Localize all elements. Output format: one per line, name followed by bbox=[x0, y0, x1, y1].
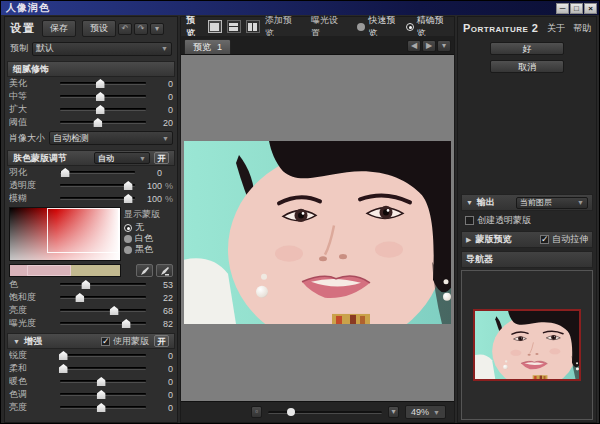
zoom-level[interactable]: 49% ▼ bbox=[405, 405, 446, 419]
skinmask-on-toggle[interactable]: 开 bbox=[154, 152, 169, 164]
slider-track[interactable] bbox=[60, 171, 135, 174]
panel-spacer bbox=[461, 73, 593, 191]
undo-icon[interactable]: ↶ bbox=[118, 23, 132, 35]
radio-icon[interactable] bbox=[124, 246, 132, 254]
slider-track[interactable] bbox=[60, 393, 146, 396]
use-mask-checkbox[interactable]: 使用蒙版 bbox=[101, 335, 149, 348]
slider-track[interactable] bbox=[60, 309, 146, 312]
slider-label: 阈值 bbox=[9, 116, 55, 129]
slider-thumb[interactable] bbox=[96, 92, 105, 101]
slider-track[interactable] bbox=[60, 82, 146, 85]
slider-thumb[interactable] bbox=[97, 403, 106, 412]
slider-label: 亮度 bbox=[9, 401, 55, 414]
slider-thumb[interactable] bbox=[96, 79, 105, 88]
slider-thumb[interactable] bbox=[59, 351, 68, 360]
checkbox-icon[interactable] bbox=[101, 337, 110, 346]
section-smoothing-header[interactable]: 细腻修饰 bbox=[7, 61, 175, 77]
preview-tab-1[interactable]: 预览 1 bbox=[184, 39, 231, 54]
output-target-select[interactable]: 当前图层 ▼ bbox=[516, 197, 588, 209]
slider-track[interactable] bbox=[60, 367, 146, 370]
skin-hue-strip[interactable] bbox=[9, 264, 121, 277]
skin-color-gradient[interactable] bbox=[9, 207, 121, 261]
single-view-icon[interactable] bbox=[208, 20, 222, 33]
create-mask-checkbox[interactable]: 创建透明蒙版 bbox=[461, 213, 593, 228]
slider-track[interactable] bbox=[60, 95, 146, 98]
maximize-button[interactable]: □ bbox=[570, 3, 583, 14]
slider-thumb[interactable] bbox=[61, 168, 70, 177]
collapse-caret-icon[interactable]: ▼ bbox=[466, 199, 473, 206]
eyedropper-add-icon[interactable] bbox=[136, 264, 153, 277]
minimize-button[interactable]: ─ bbox=[556, 3, 569, 14]
slider-label: 暖色 bbox=[9, 375, 55, 388]
preset-button[interactable]: 预设 bbox=[82, 20, 116, 37]
navigator-section-header[interactable]: 导航器 bbox=[461, 251, 593, 268]
mask-display-option-黑色[interactable]: 黑色 bbox=[124, 244, 173, 255]
output-section-header[interactable]: ▼ 输出 当前图层 ▼ bbox=[461, 194, 593, 211]
radio-icon[interactable] bbox=[357, 23, 365, 31]
slider-track[interactable] bbox=[60, 108, 146, 111]
slider-track[interactable] bbox=[60, 380, 146, 383]
slider-track[interactable] bbox=[60, 322, 146, 325]
hue-strip-selection[interactable] bbox=[27, 265, 71, 276]
collapse-caret-icon[interactable]: ▶ bbox=[466, 236, 471, 244]
radio-icon[interactable] bbox=[406, 23, 414, 31]
tab-next-icon[interactable]: ▶ bbox=[422, 40, 436, 52]
about-button[interactable]: 关于 bbox=[547, 22, 565, 35]
slider-row: 色调0 bbox=[7, 388, 175, 401]
zoom-menu-icon[interactable]: ▾ bbox=[388, 406, 399, 418]
split-vertical-view-icon[interactable] bbox=[246, 20, 260, 33]
slider-track[interactable] bbox=[60, 354, 146, 357]
gradient-selection-box[interactable] bbox=[47, 208, 119, 253]
portrait-size-select[interactable]: 自动检测 ▼ bbox=[49, 131, 173, 145]
slider-thumb[interactable] bbox=[75, 293, 84, 302]
zoom-slider[interactable] bbox=[268, 411, 382, 414]
slider-track[interactable] bbox=[60, 197, 135, 200]
help-button[interactable]: 帮助 bbox=[573, 22, 591, 35]
radio-icon[interactable] bbox=[124, 224, 132, 232]
slider-track[interactable] bbox=[60, 121, 146, 124]
section-enhance-header[interactable]: ▼ 增强 使用蒙版 开 bbox=[7, 333, 175, 349]
redo-icon[interactable]: ↷ bbox=[134, 23, 148, 35]
save-button[interactable]: 保存 bbox=[42, 20, 76, 37]
brand-logo: Portraiture 2 bbox=[463, 22, 538, 34]
slider-thumb[interactable] bbox=[97, 390, 106, 399]
slider-thumb[interactable] bbox=[81, 280, 90, 289]
slider-value: 53 bbox=[151, 280, 173, 290]
close-button[interactable]: × bbox=[584, 3, 597, 14]
tab-prev-icon[interactable]: ◀ bbox=[407, 40, 421, 52]
mask-preview-section-header[interactable]: ▶ 蒙版预览 自动拉伸 bbox=[461, 231, 593, 248]
eyedropper-remove-icon[interactable] bbox=[156, 264, 173, 277]
slider-thumb[interactable] bbox=[97, 377, 106, 386]
preset-select[interactable]: 默认 ▼ bbox=[32, 42, 172, 56]
slider-thumb[interactable] bbox=[122, 319, 131, 328]
navigator-thumbnail[interactable] bbox=[473, 309, 581, 381]
slider-track[interactable] bbox=[60, 406, 146, 409]
ok-button[interactable]: 好 bbox=[490, 42, 564, 55]
slider-thumb[interactable] bbox=[59, 364, 68, 373]
slider-thumb[interactable] bbox=[93, 118, 102, 127]
section-skinmask-header[interactable]: 肤色蒙版调节 自动 ▼ 开 bbox=[7, 150, 175, 166]
portrait-photo[interactable] bbox=[184, 141, 451, 324]
tab-list-icon[interactable]: ▾ bbox=[437, 40, 451, 52]
slider-track[interactable] bbox=[60, 283, 146, 286]
fit-view-icon[interactable]: ▫ bbox=[251, 406, 262, 418]
zoom-slider-thumb[interactable] bbox=[287, 408, 295, 416]
slider-label: 透明度 bbox=[9, 179, 55, 192]
checkbox-icon[interactable] bbox=[540, 235, 549, 244]
auto-stretch-checkbox[interactable]: 自动拉伸 bbox=[540, 233, 588, 246]
slider-thumb[interactable] bbox=[124, 181, 133, 190]
slider-thumb[interactable] bbox=[124, 194, 133, 203]
skinmask-mode-select[interactable]: 自动 ▼ bbox=[94, 152, 150, 164]
history-dropdown-icon[interactable]: ▾ bbox=[150, 23, 164, 35]
cancel-button[interactable]: 取消 bbox=[490, 60, 564, 73]
checkbox-icon[interactable] bbox=[465, 216, 474, 225]
enhance-on-toggle[interactable]: 开 bbox=[154, 335, 169, 347]
slider-track[interactable] bbox=[60, 184, 135, 187]
slider-track[interactable] bbox=[60, 296, 146, 299]
preview-canvas[interactable] bbox=[181, 54, 454, 401]
slider-thumb[interactable] bbox=[110, 306, 119, 315]
radio-icon[interactable] bbox=[124, 235, 132, 243]
collapse-caret-icon[interactable]: ▼ bbox=[13, 338, 20, 345]
split-horizontal-view-icon[interactable] bbox=[227, 20, 241, 33]
slider-thumb[interactable] bbox=[96, 105, 105, 114]
